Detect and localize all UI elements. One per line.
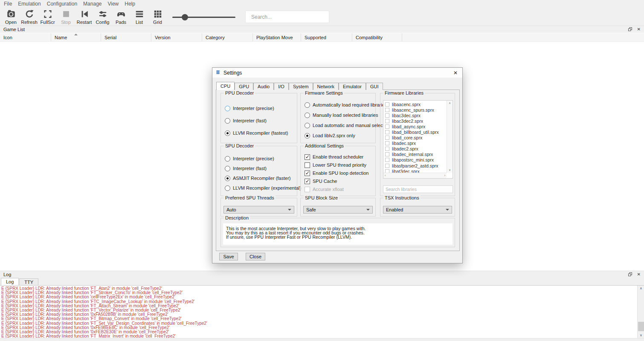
menu-item[interactable]: Manage: [80, 0, 104, 8]
radio-icon[interactable]: [305, 113, 310, 118]
firmware-library-item[interactable]: libaacenc.sprx: [383, 101, 447, 107]
scroll-down-icon[interactable]: ∨: [449, 168, 451, 172]
firmware-library-item[interactable]: libaacenc_spurs.sprx: [383, 107, 447, 113]
log-tab[interactable]: Log: [1, 278, 19, 285]
menu-item[interactable]: Emulation: [15, 0, 44, 8]
icon-size-slider[interactable]: [172, 13, 235, 21]
scroll-up-icon[interactable]: ∧: [638, 286, 644, 290]
radio-icon[interactable]: [225, 156, 230, 162]
firmware-setting-option[interactable]: Load liblv2.sprx only: [301, 133, 375, 139]
checkbox-icon[interactable]: [305, 154, 310, 160]
preferred-spu-threads-dropdown[interactable]: Auto: [223, 206, 294, 214]
checkbox-icon[interactable]: [385, 119, 389, 123]
log-output[interactable]: E {SPRX Loader} LDR: Already linked func…: [0, 285, 644, 338]
close-icon[interactable]: ✕: [637, 272, 641, 277]
column-header-resolutions[interactable]: Supported Resolutions: [301, 33, 352, 41]
refresh-button[interactable]: Refresh: [20, 8, 38, 26]
scroll-left-icon[interactable]: ‹: [385, 174, 386, 177]
firmware-library-item[interactable]: libapostsrc_mini.sprx: [383, 157, 447, 163]
settings-tab[interactable]: CPU: [216, 82, 235, 90]
scroll-down-icon[interactable]: ∨: [638, 333, 644, 337]
dialog-close-button[interactable]: ✕: [449, 68, 462, 78]
firmware-libraries-list[interactable]: libaacenc.sprx libaacenc_spurs.sprx liba…: [383, 100, 453, 179]
radio-icon[interactable]: [225, 176, 230, 181]
spu-decoder-option[interactable]: Interpreter (fast): [221, 165, 297, 171]
radio-icon[interactable]: [225, 106, 230, 111]
checkbox-icon[interactable]: [385, 147, 389, 151]
radio-icon[interactable]: [305, 133, 310, 139]
column-header-compatibility[interactable]: Compatibility: [352, 33, 402, 41]
log-horizontal-scrollbar[interactable]: [0, 338, 644, 341]
settings-tab[interactable]: I/O: [274, 83, 289, 90]
additional-setting-option[interactable]: Enable SPU loop detection: [301, 170, 375, 176]
close-button[interactable]: Close: [246, 253, 265, 260]
radio-icon[interactable]: [225, 130, 230, 136]
settings-tab[interactable]: Network: [313, 83, 339, 90]
scroll-up-icon[interactable]: ∧: [449, 101, 451, 105]
column-header-name[interactable]: Name: [51, 33, 101, 41]
radio-icon[interactable]: [305, 123, 310, 128]
checkbox-icon[interactable]: [385, 108, 389, 112]
checkbox-icon[interactable]: [305, 170, 310, 176]
firmware-setting-option[interactable]: Automatically load required libraries: [301, 102, 375, 108]
close-icon[interactable]: ✕: [637, 27, 641, 32]
tsx-instructions-dropdown[interactable]: Enabled: [383, 206, 452, 214]
pads-button[interactable]: Pads: [112, 8, 130, 26]
log-vertical-scrollbar[interactable]: ∧ ∨: [637, 286, 644, 338]
config-button[interactable]: Config: [93, 8, 112, 26]
library-search-input[interactable]: [383, 185, 453, 193]
firmware-setting-option[interactable]: Manually load selected libraries: [301, 112, 375, 118]
checkbox-icon[interactable]: [385, 130, 389, 134]
checkbox-icon[interactable]: [385, 102, 389, 107]
firmware-library-item[interactable]: libadec2.sprx: [383, 146, 447, 152]
radio-icon[interactable]: [225, 166, 230, 171]
open-button[interactable]: Open: [2, 8, 20, 26]
additional-setting-option[interactable]: Enable thread scheduler: [301, 154, 375, 160]
firmware-library-item[interactable]: libad_async.sprx: [383, 124, 447, 129]
additional-setting-option[interactable]: Accurate xfloat: [301, 186, 375, 192]
spu-decoder-option[interactable]: LLVM Recompiler (experimental): [221, 185, 297, 191]
settings-tab[interactable]: Emulator: [339, 83, 366, 90]
menu-item[interactable]: Configuration: [44, 0, 80, 8]
scrollbar-thumb[interactable]: [638, 322, 644, 331]
grid-view-button[interactable]: Grid: [148, 8, 167, 26]
radio-icon[interactable]: [305, 102, 310, 108]
firmware-library-item[interactable]: libadec.sprx: [383, 141, 447, 146]
list-horizontal-scrollbar[interactable]: ‹ ›: [383, 173, 447, 178]
settings-tab[interactable]: GUI: [366, 83, 383, 90]
checkbox-icon[interactable]: [385, 152, 389, 156]
firmware-library-item[interactable]: libad_billboard_util.sprx: [383, 129, 447, 135]
list-view-button[interactable]: List: [130, 8, 148, 26]
menu-item[interactable]: File: [1, 0, 15, 8]
settings-tab[interactable]: GPU: [235, 83, 253, 90]
radio-icon[interactable]: [225, 118, 230, 124]
fullscreen-button[interactable]: FullScr: [38, 8, 57, 26]
firmware-library-item[interactable]: libadec_internal.sprx: [383, 152, 447, 157]
column-header-psmove[interactable]: PlayStation Move: [253, 33, 301, 41]
column-header-icon[interactable]: Icon: [0, 33, 51, 41]
firmware-library-item[interactable]: libad_core.sprx: [383, 135, 447, 141]
additional-setting-option[interactable]: Lower SPU thread priority: [301, 162, 375, 168]
checkbox-icon[interactable]: [385, 113, 389, 118]
settings-tab[interactable]: Audio: [253, 83, 274, 90]
checkbox-icon[interactable]: [385, 141, 389, 145]
dialog-titlebar[interactable]: Settings ✕: [212, 68, 462, 78]
firmware-library-item[interactable]: libasfparser2_astd.sprx: [383, 163, 447, 168]
checkbox-icon[interactable]: [385, 158, 389, 162]
checkbox-icon[interactable]: [305, 162, 310, 168]
scroll-right-icon[interactable]: ›: [444, 174, 445, 177]
ppu-decoder-option[interactable]: Interpreter (fast): [221, 118, 297, 124]
ppu-decoder-option[interactable]: Interpreter (precise): [221, 105, 297, 111]
column-header-serial[interactable]: Serial: [101, 33, 151, 41]
spu-decoder-option[interactable]: Interpreter (precise): [221, 156, 297, 162]
settings-tab[interactable]: System: [289, 83, 313, 90]
spu-decoder-option[interactable]: ASMJIT Recompiler (faster): [221, 175, 297, 181]
column-header-version[interactable]: Version: [151, 33, 202, 41]
firmware-library-item[interactable]: libac3dec.sprx: [383, 113, 447, 118]
menu-item[interactable]: Help: [122, 0, 138, 8]
log-tab[interactable]: TTY: [19, 278, 38, 285]
float-icon[interactable]: [628, 27, 632, 32]
float-icon[interactable]: [628, 272, 632, 277]
checkbox-icon[interactable]: [385, 124, 389, 129]
menu-item[interactable]: View: [104, 0, 122, 8]
